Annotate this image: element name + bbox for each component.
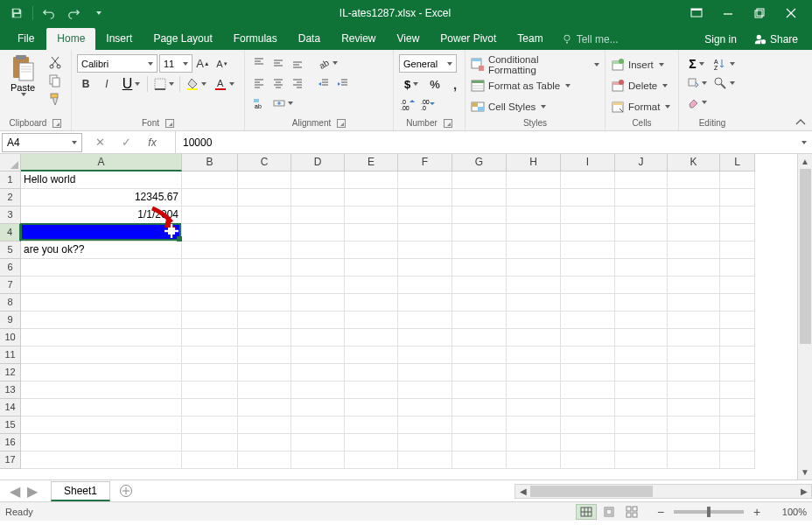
format-painter-button[interactable] xyxy=(46,91,64,107)
cell[interactable] xyxy=(668,452,720,469)
cell[interactable] xyxy=(507,346,561,364)
cell[interactable] xyxy=(720,294,755,312)
cell[interactable] xyxy=(561,346,615,364)
cell[interactable] xyxy=(561,224,615,242)
cell[interactable] xyxy=(452,329,507,346)
cell[interactable] xyxy=(398,276,452,294)
cell[interactable] xyxy=(561,416,615,434)
cell[interactable] xyxy=(345,172,398,189)
autosum-button[interactable]: Σ xyxy=(684,55,709,73)
cell[interactable] xyxy=(238,434,291,452)
cell[interactable] xyxy=(291,364,345,382)
row-header[interactable]: 10 xyxy=(0,329,21,346)
save-icon[interactable] xyxy=(5,2,28,24)
align-top-button[interactable] xyxy=(250,54,268,72)
cell[interactable] xyxy=(561,329,615,346)
sheet-nav-prev-button[interactable]: ◀ xyxy=(7,483,23,499)
cell[interactable] xyxy=(182,382,238,399)
cell[interactable] xyxy=(668,206,720,224)
cell[interactable] xyxy=(182,312,238,329)
cell[interactable] xyxy=(21,434,182,452)
orientation-button[interactable]: ab xyxy=(315,54,340,72)
cell[interactable] xyxy=(668,242,720,259)
cell[interactable] xyxy=(507,312,561,329)
cell[interactable] xyxy=(291,259,345,276)
alignment-dialog-launcher[interactable] xyxy=(337,119,346,128)
cell[interactable] xyxy=(720,206,755,224)
zoom-out-button[interactable]: − xyxy=(653,504,668,520)
tab-insert[interactable]: Insert xyxy=(95,28,143,50)
cell[interactable] xyxy=(398,172,452,189)
cell[interactable] xyxy=(668,434,720,452)
merge-center-button[interactable] xyxy=(270,94,296,112)
column-header[interactable]: F xyxy=(398,154,452,172)
vertical-scrollbar[interactable]: ▲ ▼ xyxy=(797,154,812,480)
accounting-format-button[interactable]: $ xyxy=(399,75,424,93)
cell[interactable] xyxy=(720,242,755,259)
cell[interactable] xyxy=(238,329,291,346)
cell[interactable] xyxy=(720,224,755,242)
cell[interactable] xyxy=(182,346,238,364)
cell[interactable] xyxy=(668,172,720,189)
cell[interactable] xyxy=(291,206,345,224)
cell[interactable] xyxy=(21,416,182,434)
cell[interactable] xyxy=(291,382,345,399)
cell[interactable] xyxy=(561,172,615,189)
cell[interactable] xyxy=(507,382,561,399)
cell[interactable] xyxy=(291,452,345,469)
cell[interactable] xyxy=(720,416,755,434)
cell[interactable] xyxy=(561,259,615,276)
cell[interactable] xyxy=(615,382,668,399)
cell[interactable] xyxy=(398,312,452,329)
cell[interactable] xyxy=(345,294,398,312)
paste-button[interactable]: Paste xyxy=(5,52,40,98)
qat-customize-icon[interactable] xyxy=(87,2,109,24)
font-color-button[interactable]: A xyxy=(212,75,236,93)
cell[interactable] xyxy=(668,312,720,329)
cell[interactable] xyxy=(720,452,755,469)
sheet-tab-sheet1[interactable]: Sheet1 xyxy=(51,481,110,501)
align-bottom-button[interactable] xyxy=(289,54,306,72)
cell[interactable] xyxy=(561,452,615,469)
cell[interactable] xyxy=(238,416,291,434)
cell[interactable] xyxy=(398,434,452,452)
comma-format-button[interactable]: , xyxy=(446,75,464,93)
cell[interactable] xyxy=(452,312,507,329)
cell[interactable] xyxy=(452,416,507,434)
row-header[interactable]: 7 xyxy=(0,276,21,294)
tab-data[interactable]: Data xyxy=(288,28,331,50)
cell[interactable] xyxy=(615,452,668,469)
cell[interactable] xyxy=(291,329,345,346)
cell[interactable] xyxy=(615,172,668,189)
cut-button[interactable] xyxy=(46,54,64,70)
align-center-button[interactable] xyxy=(270,74,287,92)
cell[interactable] xyxy=(182,364,238,382)
cell[interactable] xyxy=(507,276,561,294)
cell[interactable] xyxy=(720,259,755,276)
cell[interactable] xyxy=(668,189,720,206)
cell[interactable] xyxy=(291,294,345,312)
column-header[interactable]: E xyxy=(345,154,398,172)
wrap-text-button[interactable]: ab xyxy=(250,94,268,112)
cell[interactable] xyxy=(182,399,238,416)
increase-indent-button[interactable] xyxy=(334,74,352,92)
tab-formulas[interactable]: Formulas xyxy=(223,28,288,50)
cell[interactable] xyxy=(345,259,398,276)
tab-page-layout[interactable]: Page Layout xyxy=(143,28,222,50)
cell[interactable] xyxy=(345,346,398,364)
cell[interactable] xyxy=(398,206,452,224)
cell[interactable] xyxy=(452,364,507,382)
ribbon-display-options-icon[interactable] xyxy=(681,1,712,25)
cell[interactable] xyxy=(182,189,238,206)
clipboard-dialog-launcher[interactable] xyxy=(52,119,61,128)
cell[interactable] xyxy=(398,416,452,434)
cell[interactable] xyxy=(291,172,345,189)
minimize-button[interactable] xyxy=(712,1,744,25)
cell[interactable] xyxy=(182,276,238,294)
percent-format-button[interactable]: % xyxy=(426,75,444,93)
column-header[interactable]: G xyxy=(452,154,507,172)
cell[interactable] xyxy=(291,224,345,242)
cell[interactable] xyxy=(561,434,615,452)
cell[interactable] xyxy=(507,294,561,312)
delete-cells-button[interactable]: Delete xyxy=(611,76,670,95)
